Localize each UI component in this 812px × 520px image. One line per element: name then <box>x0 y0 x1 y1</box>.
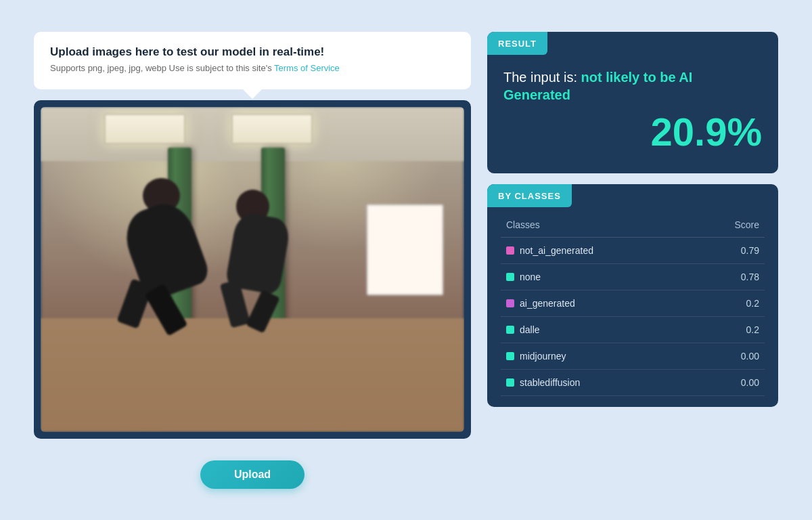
class-score: 0.00 <box>694 343 765 369</box>
classes-header: BY CLASSES <box>487 184 572 207</box>
class-dot <box>506 299 514 307</box>
result-header-text: RESULT <box>498 39 537 49</box>
class-dot <box>506 246 514 255</box>
upload-button-container: Upload <box>34 460 471 489</box>
class-dot <box>506 273 514 281</box>
classes-card: BY CLASSES Classes Score not_ai_generate… <box>487 184 778 407</box>
table-row: not_ai_generated 0.79 <box>501 237 765 263</box>
light-panel-2 <box>231 114 313 144</box>
class-dot <box>506 326 514 334</box>
classes-body: Classes Score not_ai_generated 0.79 none… <box>487 207 778 407</box>
class-name: not_ai_generated <box>520 245 593 256</box>
result-header: RESULT <box>487 32 547 55</box>
result-body: The input is: not likely to be AI Genera… <box>487 55 778 173</box>
platform <box>41 318 464 432</box>
upload-button[interactable]: Upload <box>200 460 304 489</box>
class-score: 0.2 <box>694 316 765 343</box>
table-row: stablediffusion 0.00 <box>501 369 765 395</box>
class-name-cell: ai_generated <box>501 290 694 316</box>
class-name: dalle <box>520 324 540 335</box>
left-panel: Upload images here to test our model in … <box>34 32 471 489</box>
class-name: midjourney <box>520 351 566 362</box>
col-header-score: Score <box>694 213 765 238</box>
class-name-cell: not_ai_generated <box>501 237 694 263</box>
figure-group <box>104 156 380 334</box>
main-container: Upload images here to test our model in … <box>34 32 778 489</box>
class-name-cell: dalle <box>501 316 694 343</box>
class-dot <box>506 352 514 360</box>
class-score: 0.00 <box>694 369 765 395</box>
class-name: stablediffusion <box>520 377 580 388</box>
light-panel-1 <box>104 114 185 144</box>
fig2-leg2 <box>246 289 280 333</box>
class-name-cell: midjourney <box>501 343 694 369</box>
classes-table: Classes Score not_ai_generated 0.79 none… <box>501 213 765 396</box>
ceiling <box>41 107 464 161</box>
subway-scene <box>41 107 464 432</box>
result-statement: The input is: not likely to be AI Genera… <box>503 68 762 104</box>
class-name-cell: stablediffusion <box>501 369 694 395</box>
fig1-leg1 <box>117 278 154 328</box>
result-card: RESULT The input is: not likely to be AI… <box>487 32 778 173</box>
table-row: ai_generated 0.2 <box>501 290 765 316</box>
class-score: 0.2 <box>694 290 765 316</box>
statement-prefix: The input is: <box>503 70 581 85</box>
image-placeholder <box>41 107 464 432</box>
upload-banner: Upload images here to test our model in … <box>34 32 471 89</box>
table-row: midjourney 0.00 <box>501 343 765 369</box>
class-score: 0.79 <box>694 237 765 263</box>
fig1-leg2 <box>145 284 188 337</box>
col-header-classes: Classes <box>501 213 694 238</box>
subtitle-text: Supports png, jpeg, jpg, webp Use is sub… <box>50 63 274 73</box>
table-row: dalle 0.2 <box>501 316 765 343</box>
class-dot <box>506 378 514 387</box>
figure-2 <box>215 182 325 334</box>
result-percentage: 20.9% <box>503 109 762 154</box>
right-panel: RESULT The input is: not likely to be AI… <box>487 32 778 407</box>
class-name-cell: none <box>501 263 694 290</box>
table-row: none 0.78 <box>501 263 765 290</box>
image-container <box>34 100 471 439</box>
class-score: 0.78 <box>694 263 765 290</box>
upload-subtitle: Supports png, jpeg, jpg, webp Use is sub… <box>50 63 455 73</box>
upload-title: Upload images here to test our model in … <box>50 45 455 59</box>
class-name: ai_generated <box>520 298 575 309</box>
terms-link[interactable]: Terms of Service <box>274 63 340 73</box>
class-name: none <box>520 272 541 282</box>
classes-header-text: BY CLASSES <box>498 191 561 201</box>
